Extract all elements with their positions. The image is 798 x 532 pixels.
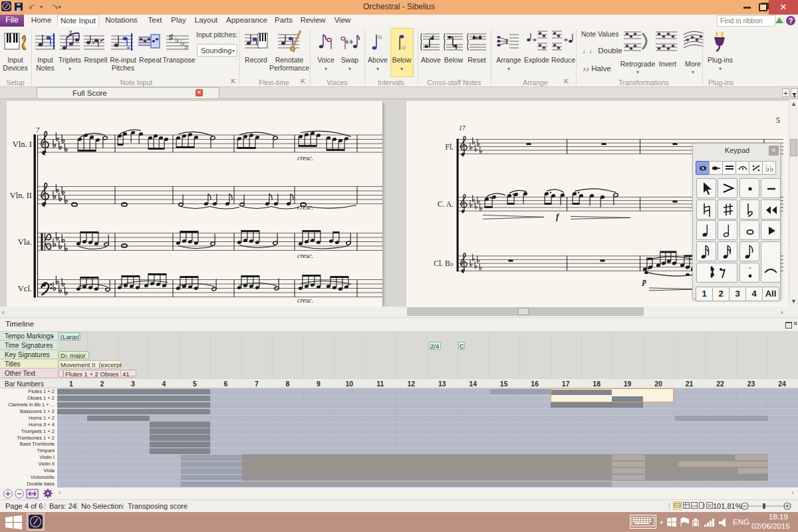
svg-text:cresc.: cresc. xyxy=(297,252,313,259)
svg-text:Vcl.: Vcl. xyxy=(18,284,32,293)
svg-text:5: 5 xyxy=(776,116,780,125)
svg-text:Cl. B♭: Cl. B♭ xyxy=(434,259,454,267)
svg-text:17: 17 xyxy=(459,125,466,132)
svg-text:C. A.: C. A. xyxy=(438,200,454,208)
svg-text:cresc.: cresc. xyxy=(297,154,313,162)
svg-text:f: f xyxy=(556,211,560,221)
svg-text:Vln. II: Vln. II xyxy=(10,191,32,200)
svg-text:cresc.: cresc. xyxy=(297,297,313,304)
svg-text:♯: ♯ xyxy=(169,32,174,42)
svg-text:Vln. I: Vln. I xyxy=(13,140,32,149)
svg-text:♭: ♭ xyxy=(175,35,179,45)
svg-text:♭: ♭ xyxy=(184,41,188,51)
svg-text:p: p xyxy=(642,277,646,286)
svg-text:Fl.: Fl. xyxy=(446,143,454,151)
svg-text:♭: ♭ xyxy=(92,37,95,45)
svg-text:♭♭: ♭♭ xyxy=(765,164,773,174)
svg-text:7: 7 xyxy=(36,126,40,134)
svg-text:Vla.: Vla. xyxy=(18,237,32,247)
